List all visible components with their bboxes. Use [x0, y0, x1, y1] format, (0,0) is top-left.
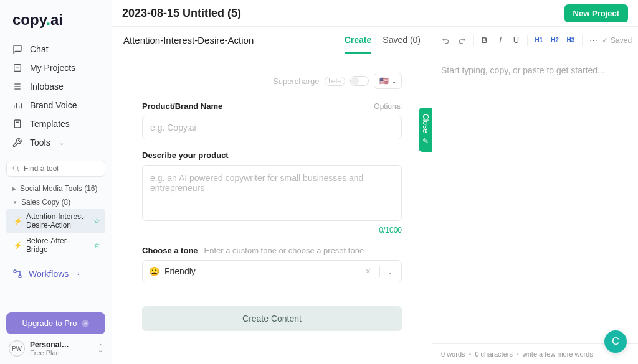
avatar: PW	[9, 340, 25, 357]
svg-point-14	[19, 275, 21, 278]
more-button[interactable]: ⋯	[586, 33, 601, 48]
logo-dot: .	[46, 11, 50, 28]
nav-infobase[interactable]: Infobase	[6, 77, 105, 96]
h1-button[interactable]: H1	[531, 33, 546, 48]
caret-right-icon: ▶	[12, 186, 16, 192]
editor-panel: B I U H1 H2 H3 ⋯ ✓ Saved Start typing, c…	[432, 27, 638, 364]
tab-create[interactable]: Create	[345, 27, 372, 54]
infobase-icon	[12, 82, 22, 91]
sidebar: copy.ai Chat My Projects Infobase Brand …	[0, 0, 112, 364]
group-sales[interactable]: ▼ Sales Copy (8)	[6, 195, 105, 209]
page-title[interactable]: 2023-08-15 Untitled (5)	[122, 7, 241, 20]
tone-label: Choose a tone	[142, 246, 198, 255]
chevron-down-icon: ⌄	[59, 139, 64, 146]
describe-input[interactable]	[142, 165, 402, 221]
group-sales-label: Sales Copy (8)	[21, 198, 70, 207]
group-social[interactable]: ▶ Social Media Tools (16)	[6, 182, 105, 195]
nav-tools[interactable]: Tools ⌄	[6, 133, 105, 152]
chevron-down-icon[interactable]: ⌄	[385, 268, 395, 275]
star-icon[interactable]: ☆	[93, 241, 100, 250]
tool-bab-label: Before-After-Bridge	[26, 236, 90, 254]
h2-label: H2	[551, 37, 559, 44]
upgrade-button[interactable]: Upgrade to Pro	[6, 312, 105, 334]
chevron-down-icon: ⌄	[391, 78, 396, 85]
separator	[582, 35, 583, 46]
char-count: 0/1000	[142, 226, 402, 235]
workflows-icon	[12, 269, 22, 279]
nav-infobase-label: Infobase	[30, 82, 64, 91]
undo-button[interactable]	[439, 33, 453, 48]
chevron-right-icon: ›	[77, 270, 79, 277]
redo-button[interactable]	[454, 33, 469, 48]
product-name-input[interactable]	[142, 116, 402, 139]
saved-label: Saved	[611, 36, 632, 45]
search-icon	[12, 164, 20, 173]
tool-bab[interactable]: ⚡ Before-After-Bridge ☆	[6, 233, 105, 258]
svg-rect-0	[14, 65, 21, 72]
pen-icon: ✎	[421, 137, 430, 146]
nav-chat[interactable]: Chat	[6, 40, 105, 58]
help-fab[interactable]: C	[604, 330, 627, 353]
language-select[interactable]: 🇺🇸 ⌄	[374, 73, 402, 89]
new-project-button[interactable]: New Project	[564, 4, 628, 22]
supercharge-label: Supercharge	[273, 77, 319, 86]
nav-chat-label: Chat	[30, 44, 49, 54]
tool-search[interactable]	[6, 161, 105, 177]
h3-button[interactable]: H3	[563, 33, 578, 48]
create-content-button[interactable]: Create Content	[142, 306, 402, 331]
tab-saved-label: Saved (0)	[383, 35, 421, 45]
underline-button[interactable]: U	[509, 33, 523, 48]
topbar: 2023-08-15 Untitled (5) New Project	[112, 0, 638, 26]
user-plan: Free Plan	[30, 349, 93, 357]
optional-label: Optional	[374, 102, 402, 111]
tab-saved[interactable]: Saved (0)	[383, 27, 421, 54]
nav-workflows[interactable]: Workflows ›	[0, 263, 112, 285]
editor-placeholder: Start typing, copy, or paste to get star…	[441, 65, 629, 75]
user-menu[interactable]: PW Personal… Free Plan ⌃⌄	[6, 334, 105, 357]
close-panel-button[interactable]: Close ✎	[419, 108, 432, 152]
templates-icon	[12, 119, 22, 129]
bold-button[interactable]: B	[477, 33, 492, 48]
editor-body[interactable]: Start typing, copy, or paste to get star…	[432, 54, 638, 343]
svg-point-13	[14, 270, 16, 273]
tool-search-input[interactable]	[24, 164, 117, 173]
avatar-initials: PW	[12, 345, 22, 352]
logo[interactable]: copy.ai	[0, 0, 112, 35]
chat-icon: C	[612, 336, 619, 347]
nav-templates-label: Templates	[30, 119, 70, 129]
svg-line-12	[17, 170, 19, 172]
group-social-label: Social Media Tools (16)	[20, 184, 98, 193]
check-icon: ✓	[602, 36, 608, 45]
italic-button[interactable]: I	[493, 33, 507, 48]
divider	[379, 266, 380, 277]
tone-emoji: 😀	[149, 266, 160, 276]
chat-icon	[12, 44, 22, 54]
flag-icon: 🇺🇸	[379, 77, 389, 85]
supercharge-toggle[interactable]	[350, 76, 369, 86]
clear-icon[interactable]: ×	[362, 266, 374, 276]
tools-icon	[12, 138, 22, 147]
star-icon[interactable]: ☆	[93, 217, 100, 225]
tone-value: Friendly	[164, 266, 357, 276]
describe-label: Describe your product	[142, 151, 229, 160]
nav-templates[interactable]: Templates	[6, 114, 105, 133]
separator	[527, 35, 528, 46]
product-label: Product/Brand Name	[142, 101, 222, 111]
nav-projects[interactable]: My Projects	[6, 58, 105, 77]
tone-select[interactable]: 😀 Friendly × ⌄	[142, 260, 402, 282]
h2-button[interactable]: H2	[548, 33, 562, 48]
nav-brandvoice[interactable]: Brand Voice	[6, 96, 105, 114]
dot-icon: •	[517, 350, 519, 358]
user-name: Personal…	[30, 340, 93, 349]
nav-tools-label: Tools	[30, 138, 50, 147]
tool-aida[interactable]: ⚡ Attention-Interest-Desire-Action ☆	[6, 209, 105, 233]
separator	[473, 35, 474, 46]
bolt-icon: ⚡	[14, 217, 22, 225]
h1-label: H1	[535, 37, 543, 44]
h3-label: H3	[566, 37, 574, 44]
caret-down-icon: ▼	[12, 200, 17, 205]
brandvoice-icon	[12, 100, 22, 110]
create-content-label: Create Content	[242, 314, 302, 324]
nav-brandvoice-label: Brand Voice	[30, 100, 77, 110]
projects-icon	[12, 63, 22, 73]
